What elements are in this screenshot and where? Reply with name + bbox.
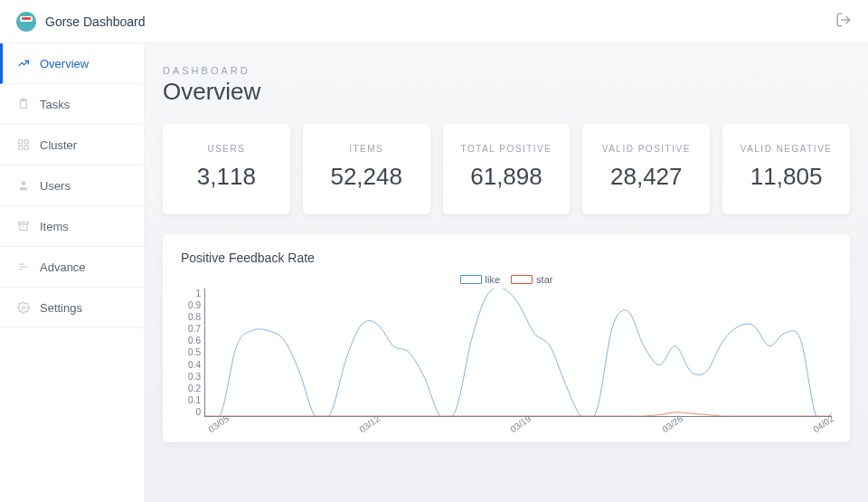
sidebar: OverviewTasksClusterUsersItemsAdvanceSet…: [0, 43, 145, 502]
stat-value: 28,427: [591, 163, 701, 191]
sidebar-item-overview[interactable]: Overview: [0, 43, 144, 84]
sidebar-item-items[interactable]: Items: [0, 206, 144, 247]
svg-point-7: [22, 181, 26, 185]
stat-label: VALID POSITIVE: [591, 144, 701, 154]
legend-label: like: [486, 274, 501, 285]
stat-value: 11,805: [731, 163, 841, 191]
y-tick: 0: [181, 407, 201, 417]
chart-y-axis: 10.90.80.70.60.50.40.30.20.10: [181, 289, 204, 433]
y-tick: 0.5: [181, 347, 201, 357]
stat-card: ITEMS52,248: [303, 124, 430, 214]
sidebar-item-label: Items: [40, 220, 69, 233]
y-tick: 0.9: [181, 300, 201, 310]
stat-card: VALID NEGATIVE11,805: [722, 124, 850, 214]
chart-title: Positive Feedback Rate: [181, 251, 832, 265]
legend-item: like: [460, 274, 501, 285]
sidebar-item-label: Advance: [40, 260, 86, 274]
stat-value: 3,118: [172, 163, 281, 191]
sidebar-item-settings[interactable]: Settings: [0, 288, 144, 328]
y-tick: 0.3: [181, 372, 201, 382]
trend-icon: [16, 56, 31, 71]
sidebar-item-label: Users: [40, 179, 71, 193]
user-icon: [16, 178, 31, 193]
stat-label: VALID NEGATIVE: [731, 144, 841, 154]
svg-rect-5: [19, 146, 23, 149]
svg-rect-3: [19, 140, 23, 144]
svg-rect-6: [24, 146, 28, 149]
sidebar-item-users[interactable]: Users: [0, 166, 144, 206]
chart-legend: likestar: [181, 274, 832, 285]
stat-label: ITEMS: [312, 144, 421, 154]
chart-plot: [204, 289, 832, 417]
y-tick: 0.2: [181, 384, 201, 393]
sidebar-item-label: Settings: [40, 301, 82, 315]
legend-label: star: [536, 274, 552, 285]
chart-x-axis: 03/0503/1203/1903/2604/02: [204, 423, 832, 437]
stat-card: USERS3,118: [163, 124, 290, 214]
stat-row: USERS3,118ITEMS52,248TOTAL POSITIVE61,89…: [163, 124, 850, 214]
sidebar-item-label: Tasks: [40, 98, 70, 111]
y-tick: 0.6: [181, 336, 201, 346]
brand: Gorse Dashboard: [16, 12, 146, 32]
legend-swatch: [460, 275, 482, 284]
topbar: Gorse Dashboard: [0, 0, 868, 43]
grid-icon: [16, 137, 31, 152]
lines-icon: [16, 260, 31, 274]
y-tick: 0.8: [181, 312, 201, 322]
stat-value: 52,248: [312, 163, 421, 191]
gear-icon: [16, 300, 31, 315]
stat-value: 61,898: [452, 163, 561, 191]
chart-line-like: [205, 289, 832, 416]
svg-rect-4: [24, 140, 28, 144]
chart-card: Positive Feedback Rate likestar 10.90.80…: [163, 234, 850, 442]
clipboard-icon: [16, 97, 31, 111]
chart-area: 10.90.80.70.60.50.40.30.20.10 03/0503/12…: [181, 289, 832, 433]
svg-rect-9: [20, 224, 27, 231]
stat-label: USERS: [172, 144, 281, 154]
y-tick: 0.4: [181, 360, 201, 370]
svg-point-14: [22, 306, 25, 309]
sidebar-item-label: Overview: [40, 57, 89, 71]
brand-logo-icon: [16, 12, 36, 32]
content: DASHBOARD Overview USERS3,118ITEMS52,248…: [145, 43, 868, 502]
stat-label: TOTAL POSITIVE: [452, 144, 561, 154]
y-tick: 1: [181, 289, 201, 298]
sidebar-item-tasks[interactable]: Tasks: [0, 84, 144, 125]
logout-icon[interactable]: [835, 12, 852, 32]
sidebar-item-cluster[interactable]: Cluster: [0, 125, 144, 166]
brand-title: Gorse Dashboard: [45, 14, 146, 29]
archive-icon: [16, 219, 31, 233]
legend-item: star: [511, 274, 552, 285]
y-tick: 0.1: [181, 395, 201, 405]
stat-card: TOTAL POSITIVE61,898: [443, 124, 571, 214]
y-tick: 0.7: [181, 324, 201, 334]
stat-card: VALID POSITIVE28,427: [582, 124, 710, 214]
breadcrumb: DASHBOARD: [163, 65, 850, 76]
legend-swatch: [511, 275, 533, 284]
sidebar-item-label: Cluster: [40, 138, 77, 152]
page-title: Overview: [163, 78, 850, 106]
sidebar-item-advance[interactable]: Advance: [0, 247, 144, 288]
